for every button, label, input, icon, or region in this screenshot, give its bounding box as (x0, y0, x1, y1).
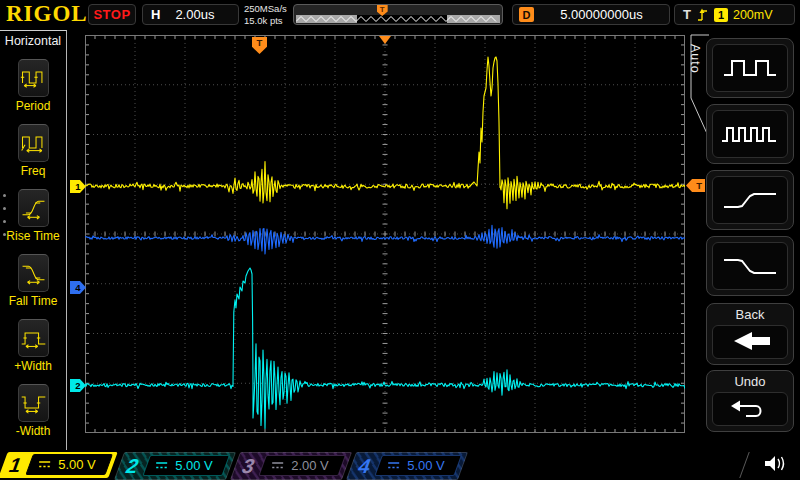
sample-rate: 250MSa/s (244, 3, 287, 15)
horizontal-center-marker (379, 36, 391, 44)
trigger-slope-icon (696, 7, 709, 23)
back-icon (718, 327, 782, 357)
single-pulse-icon (718, 53, 782, 83)
channel-2-scale-box: 5.00 V (142, 455, 230, 476)
rise-time-icon (20, 195, 47, 221)
menu-item-label: -Width (0, 424, 66, 438)
trigger-box[interactable]: T 1 200mV (674, 4, 795, 25)
freq-button[interactable] (18, 124, 49, 162)
menu-item-fall-time[interactable]: Fall Time (0, 254, 66, 308)
channel-status-bar: 15.00 V25.00 V32.00 V45.00 V (0, 450, 800, 480)
channel-4-status[interactable]: 45.00 V (346, 452, 468, 480)
waveform-display-area (85, 35, 685, 437)
run-state-indicator[interactable]: STOP (88, 4, 136, 25)
channel-1-scale-box: 5.00 V (25, 454, 113, 475)
menu-item-neg-width[interactable]: -Width (0, 384, 66, 438)
multi-pulse-button-face (712, 110, 788, 158)
graticule (85, 35, 685, 433)
period-icon (20, 65, 47, 91)
menu-item-label: Freq (0, 164, 66, 178)
multi-pulse-button[interactable] (706, 104, 794, 164)
menu-item-pos-width[interactable]: +Width (0, 319, 66, 373)
bottom-bar-divider (739, 452, 749, 478)
rising-edge-button[interactable] (706, 170, 794, 230)
page-indicator-dot (3, 220, 6, 223)
menu-item-label: Fall Time (0, 294, 66, 308)
multi-pulse-icon (718, 119, 782, 149)
sound-icon (762, 454, 788, 474)
neg-width-button[interactable] (18, 384, 49, 422)
channel-1-position-marker[interactable]: 1 (70, 180, 86, 193)
channel-2-position-marker[interactable]: 2 (70, 379, 86, 392)
single-pulse-button-face (712, 44, 788, 92)
dc-coupling-icon (271, 461, 284, 470)
menu-title: Horizontal (0, 34, 66, 48)
channel-4-position-marker[interactable]: 4 (70, 281, 86, 294)
channel-1-status[interactable]: 15.00 V (0, 452, 118, 478)
menu-item-rise-time[interactable]: Rise Time (0, 189, 66, 243)
memory-depth: 15.0k pts (244, 15, 287, 27)
fall-time-button[interactable] (18, 254, 49, 292)
horizontal-label: H (151, 7, 160, 22)
trigger-level-marker[interactable]: T (686, 179, 705, 192)
channel-4-trace (85, 225, 685, 254)
page-indicator-dot (3, 207, 6, 210)
menu-item-label: +Width (0, 359, 66, 373)
top-status-bar: RIGOL STOP H 2.00us 250MSa/s 15.0k pts T… (0, 0, 800, 30)
right-menu-panel: Auto BackUndo (694, 30, 800, 450)
pos-width-button[interactable] (18, 319, 49, 357)
page-indicator-dot (3, 194, 6, 197)
rising-edge-button-face (712, 176, 788, 224)
undo-button-label: Undo (707, 374, 793, 389)
channel-2-scale-value: 5.00 V (175, 458, 213, 473)
pos-width-icon (20, 325, 47, 351)
oscilloscope-screen: RIGOL STOP H 2.00us 250MSa/s 15.0k pts T… (0, 0, 800, 480)
channel-4-number: 4 (355, 454, 375, 478)
back-button-label: Back (707, 307, 793, 322)
falling-edge-icon (718, 251, 782, 281)
left-menu-panel: Horizontal PeriodFreqRise TimeFall Time+… (0, 30, 67, 450)
trigger-level-value: 200mV (733, 8, 773, 22)
freq-icon (20, 130, 47, 156)
delay-value: 5.00000000us (534, 7, 669, 22)
channel-1-scale-value: 5.00 V (58, 457, 96, 472)
delay-label: D (519, 7, 534, 22)
horizontal-scale-box[interactable]: H 2.00us (142, 4, 239, 25)
undo-button-face (712, 392, 788, 426)
falling-edge-button[interactable] (706, 236, 794, 296)
page-indicator-dot (3, 233, 6, 236)
back-button[interactable]: Back (706, 303, 794, 365)
channel-2-status[interactable]: 25.00 V (114, 452, 236, 480)
period-button[interactable] (18, 59, 49, 97)
menu-item-label: Period (0, 99, 66, 113)
channel-3-status[interactable]: 32.00 V (230, 452, 352, 480)
channel-3-scale-box: 2.00 V (258, 455, 346, 476)
record-position-bar: T (293, 4, 503, 25)
record-bar-waveform (296, 15, 500, 23)
channel-4-scale-value: 5.00 V (407, 458, 445, 473)
neg-width-icon (20, 390, 47, 416)
auto-tab-label: Auto (688, 44, 702, 74)
menu-item-period[interactable]: Period (0, 59, 66, 113)
single-pulse-button[interactable] (706, 38, 794, 98)
channel-1-number: 1 (6, 453, 26, 477)
delay-box[interactable]: D 5.00000000us (512, 4, 670, 25)
rising-edge-icon (718, 185, 782, 215)
rigol-logo: RIGOL (6, 1, 88, 27)
channel-3-scale-value: 2.00 V (291, 458, 329, 473)
channel-4-scale-box: 5.00 V (374, 455, 462, 476)
menu-item-label: Rise Time (0, 229, 66, 243)
fall-time-icon (20, 260, 47, 286)
channel-2-number: 2 (123, 454, 143, 478)
horizontal-scale-value: 2.00us (175, 7, 214, 22)
trigger-label: T (683, 7, 691, 22)
channel-3-number: 3 (239, 454, 259, 478)
back-button-face (712, 325, 788, 359)
menu-item-freq[interactable]: Freq (0, 124, 66, 178)
undo-button[interactable]: Undo (706, 370, 794, 432)
channel-2-trace (85, 268, 685, 428)
rise-time-button[interactable] (18, 189, 49, 227)
undo-icon (718, 394, 782, 424)
acquisition-info: 250MSa/s 15.0k pts (244, 3, 287, 26)
trigger-source-badge: 1 (714, 8, 728, 22)
